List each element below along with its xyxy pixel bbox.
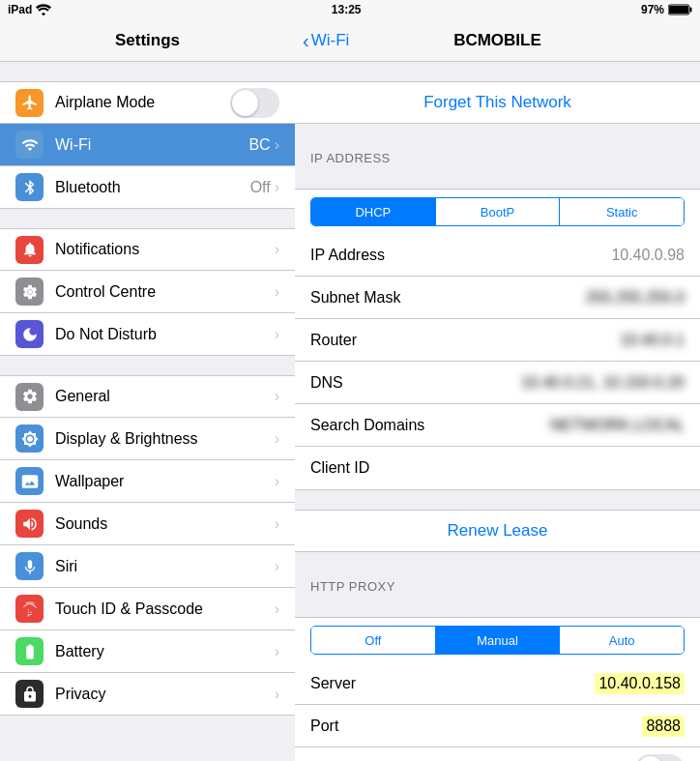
- siri-chevron: ›: [275, 558, 279, 575]
- general-chevron: ›: [275, 388, 279, 405]
- wallpaper-label: Wallpaper: [55, 473, 271, 490]
- search-domains-value: NETWORK.LOCAL: [550, 417, 685, 434]
- sidebar-item-sounds[interactable]: Sounds ›: [0, 503, 295, 545]
- sidebar-item-battery[interactable]: Battery ›: [0, 630, 295, 673]
- ip-segment-control[interactable]: DHCP BootP Static: [310, 197, 685, 226]
- bluetooth-icon: [15, 173, 44, 201]
- sounds-icon: [15, 510, 44, 538]
- status-bar: iPad 13:25 97%: [0, 0, 700, 19]
- device-label: iPad: [8, 3, 32, 16]
- segment-auto[interactable]: Auto: [559, 627, 684, 654]
- port-value: 8888: [642, 716, 685, 737]
- battery-chevron: ›: [275, 643, 279, 660]
- ip-address-section-label: IP ADDRESS: [295, 143, 700, 169]
- sounds-label: Sounds: [55, 515, 271, 533]
- forget-network-button[interactable]: Forget This Network: [295, 81, 700, 124]
- right-content: Forget This Network IP ADDRESS DHCP Boot…: [295, 62, 700, 761]
- subnet-mask-value: 255.255.255.0: [586, 289, 685, 307]
- ip-address-value: 10.40.0.98: [611, 247, 685, 264]
- sidebar-group-notifications: Notifications › Control Centre › Do Not …: [0, 228, 295, 356]
- sidebar-item-wallpaper[interactable]: Wallpaper ›: [0, 460, 295, 503]
- auth-toggle-knob: [637, 756, 663, 762]
- search-domains-row: Search Domains NETWORK.LOCAL: [295, 404, 700, 447]
- touch-id-label: Touch ID & Passcode: [55, 600, 271, 618]
- svg-point-3: [27, 289, 32, 294]
- segment-off[interactable]: Off: [311, 627, 435, 654]
- forget-network-label: Forget This Network: [423, 93, 571, 112]
- sidebar-header: Settings: [0, 19, 295, 62]
- ip-address-section: IP ADDRESS DHCP BootP Static IP Address …: [295, 143, 700, 490]
- router-row: Router 10.40.0.1: [295, 319, 700, 362]
- display-label: Display & Brightness: [55, 430, 271, 448]
- sidebar: Settings Airplane Mode Wi-Fi BC ›: [0, 19, 295, 761]
- sidebar-item-general[interactable]: General ›: [0, 375, 295, 418]
- authentication-row: Authentication: [295, 747, 700, 761]
- control-centre-icon: [15, 278, 44, 306]
- sidebar-group-connectivity: Airplane Mode Wi-Fi BC › Bluetooth Off: [0, 81, 295, 209]
- siri-label: Siri: [55, 558, 271, 575]
- wifi-icon: [15, 131, 44, 159]
- renew-lease-label: Renew Lease: [448, 521, 548, 541]
- do-not-disturb-label: Do Not Disturb: [55, 326, 271, 343]
- wifi-value: BC: [248, 136, 270, 154]
- bluetooth-value: Off: [250, 179, 271, 196]
- subnet-mask-row: Subnet Mask 255.255.255.0: [295, 277, 700, 319]
- sounds-chevron: ›: [275, 515, 279, 533]
- svg-rect-1: [689, 8, 691, 13]
- nav-bar: ‹ Wi-Fi BCMOBILE: [295, 19, 700, 62]
- dns-row: DNS 10.40.0.21, 10.150.0.20: [295, 362, 700, 404]
- http-proxy-segment-control[interactable]: Off Manual Auto: [310, 626, 685, 655]
- segment-bootp[interactable]: BootP: [435, 198, 560, 225]
- sidebar-item-airplane-mode[interactable]: Airplane Mode: [0, 81, 295, 124]
- sidebar-item-wifi[interactable]: Wi-Fi BC ›: [0, 124, 295, 166]
- back-button[interactable]: ‹ Wi-Fi: [303, 31, 349, 50]
- sidebar-item-privacy[interactable]: Privacy ›: [0, 673, 295, 716]
- notifications-chevron: ›: [275, 241, 279, 258]
- notifications-icon: [15, 236, 44, 264]
- dns-label: DNS: [310, 374, 521, 392]
- sidebar-item-control-centre[interactable]: Control Centre ›: [0, 271, 295, 313]
- main-layout: Settings Airplane Mode Wi-Fi BC ›: [0, 19, 700, 761]
- wallpaper-chevron: ›: [275, 473, 279, 490]
- privacy-icon: [15, 680, 44, 708]
- sidebar-item-siri[interactable]: Siri ›: [0, 545, 295, 588]
- privacy-chevron: ›: [275, 686, 279, 703]
- sidebar-item-display[interactable]: Display & Brightness ›: [0, 418, 295, 460]
- server-label: Server: [310, 675, 595, 692]
- right-panel: ‹ Wi-Fi BCMOBILE Forget This Network IP …: [295, 19, 700, 761]
- authentication-toggle[interactable]: [635, 754, 685, 762]
- do-not-disturb-chevron: ›: [275, 326, 279, 343]
- router-label: Router: [310, 332, 620, 349]
- wifi-status-icon: [36, 4, 51, 15]
- sidebar-item-do-not-disturb[interactable]: Do Not Disturb ›: [0, 313, 295, 356]
- sidebar-item-touch-id[interactable]: Touch ID & Passcode ›: [0, 588, 295, 630]
- segment-dhcp[interactable]: DHCP: [311, 198, 435, 225]
- renew-lease-button[interactable]: Renew Lease: [295, 510, 700, 552]
- do-not-disturb-icon: [15, 320, 44, 348]
- status-left: iPad: [8, 3, 51, 16]
- wifi-label: Wi-Fi: [55, 136, 248, 154]
- search-domains-label: Search Domains: [310, 417, 550, 434]
- airplane-mode-toggle[interactable]: [230, 88, 279, 118]
- airplane-icon: [15, 89, 44, 117]
- router-value: 10.40.0.1: [620, 332, 685, 349]
- client-id-label: Client ID: [310, 459, 685, 477]
- port-row: Port 8888: [295, 705, 700, 747]
- touch-id-chevron: ›: [275, 600, 279, 618]
- sidebar-item-bluetooth[interactable]: Bluetooth Off ›: [0, 166, 295, 209]
- display-icon: [15, 424, 44, 453]
- toggle-knob: [232, 90, 258, 116]
- control-centre-label: Control Centre: [55, 283, 271, 301]
- server-row: Server 10.40.0.158: [295, 662, 700, 705]
- page-title: BCMOBILE: [453, 31, 541, 50]
- battery-label: 97%: [641, 3, 664, 16]
- general-label: General: [55, 388, 271, 405]
- back-label: Wi-Fi: [311, 31, 350, 50]
- segment-static[interactable]: Static: [559, 198, 684, 225]
- sidebar-item-notifications[interactable]: Notifications ›: [0, 228, 295, 271]
- segment-manual[interactable]: Manual: [435, 627, 560, 654]
- notifications-label: Notifications: [55, 241, 271, 258]
- sidebar-group-settings: General › Display & Brightness › Wallpap…: [0, 375, 295, 716]
- back-chevron-icon: ‹: [303, 31, 309, 50]
- display-chevron: ›: [275, 430, 279, 448]
